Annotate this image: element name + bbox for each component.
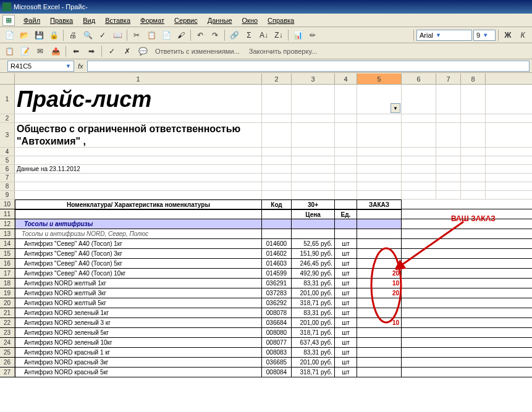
cell-name[interactable]: Антифриз NORD красный 5кг bbox=[15, 368, 262, 377]
name-box[interactable]: R41C5▼ bbox=[7, 61, 74, 72]
cell-code[interactable]: 008080 bbox=[262, 328, 292, 337]
cell-name[interactable]: Антифриз NORD желтый 1кг bbox=[15, 279, 262, 288]
row-header[interactable]: 6 bbox=[0, 165, 15, 173]
workbook-icon[interactable] bbox=[2, 15, 15, 26]
worksheet[interactable]: 1 2 3 4 5 6 7 8 1 Прайс-лист ▼ 2 3 Общес… bbox=[0, 74, 532, 412]
row-header[interactable]: 9 bbox=[0, 191, 15, 199]
col-header-1[interactable]: 1 bbox=[15, 74, 262, 84]
col-header-4[interactable]: 4 bbox=[335, 74, 357, 84]
row-header[interactable]: 26 bbox=[0, 358, 15, 367]
end-review-button[interactable]: Закончить проверку... bbox=[245, 46, 321, 56]
cell-order[interactable]: 20 bbox=[357, 288, 402, 298]
cell-order[interactable] bbox=[357, 298, 402, 308]
cell-price[interactable]: 492,90 руб. bbox=[292, 269, 335, 278]
undo-button[interactable]: ↶ bbox=[193, 28, 207, 42]
menu-view[interactable]: Вид bbox=[78, 15, 100, 26]
cell-order[interactable] bbox=[357, 249, 402, 258]
cell-price[interactable]: 201,00 руб. bbox=[292, 318, 335, 327]
cell-price[interactable]: 83,31 руб. bbox=[292, 348, 335, 357]
row-header[interactable]: 22 bbox=[0, 318, 15, 327]
cell-price[interactable]: 246,45 руб. bbox=[292, 259, 335, 268]
cell-unit[interactable]: шт bbox=[335, 288, 357, 298]
col-header-5[interactable]: 5 bbox=[357, 74, 402, 84]
cell-code[interactable]: 014602 bbox=[262, 249, 292, 258]
row-header[interactable]: 18 bbox=[0, 279, 15, 288]
cell-code[interactable]: 036292 bbox=[262, 298, 292, 308]
cell-code[interactable]: 036685 bbox=[262, 358, 292, 367]
cell-order[interactable]: 10 bbox=[357, 279, 402, 288]
menu-format[interactable]: Формат bbox=[135, 15, 169, 26]
row-header[interactable]: 4 bbox=[0, 148, 15, 156]
cell-unit[interactable]: шт bbox=[335, 239, 357, 248]
cell-code[interactable]: 036684 bbox=[262, 318, 292, 327]
review-icon5[interactable]: ⬅ bbox=[69, 44, 83, 58]
cell-price[interactable]: 318,71 руб. bbox=[292, 328, 335, 337]
cell-name[interactable]: Антифриз "Север" А40 (Тосол) 5кг bbox=[15, 259, 262, 268]
menu-tools[interactable]: Сервис bbox=[169, 15, 203, 26]
row-header[interactable]: 2 bbox=[0, 114, 15, 122]
sort-desc-button[interactable]: Z↓ bbox=[272, 28, 285, 42]
col-header-2[interactable]: 2 bbox=[262, 74, 292, 84]
cell-price[interactable]: 201,00 руб. bbox=[292, 358, 335, 367]
cell-unit[interactable]: шт bbox=[335, 308, 357, 317]
row-header[interactable]: 17 bbox=[0, 269, 15, 278]
review-icon9[interactable]: 💬 bbox=[136, 44, 150, 58]
cell-code[interactable]: 008077 bbox=[262, 338, 292, 347]
copy-button[interactable]: 📋 bbox=[145, 28, 158, 42]
menu-insert[interactable]: Вставка bbox=[100, 15, 135, 26]
col-header-8[interactable]: 8 bbox=[461, 74, 486, 84]
row-header[interactable]: 7 bbox=[0, 174, 15, 182]
cell-unit[interactable]: шт bbox=[335, 249, 357, 258]
cell-order[interactable] bbox=[357, 368, 402, 377]
cell-price[interactable]: 52,65 руб. bbox=[292, 239, 335, 248]
row-header[interactable]: 20 bbox=[0, 298, 15, 308]
cell-name[interactable]: Антифриз NORD зеленый 5кг bbox=[15, 328, 262, 337]
cell-price[interactable]: 83,31 руб. bbox=[292, 308, 335, 317]
cell-code[interactable]: 008078 bbox=[262, 308, 292, 317]
row-header[interactable]: 12 bbox=[0, 219, 15, 229]
cell-code[interactable]: 036291 bbox=[262, 279, 292, 288]
cell-price[interactable]: 318,71 руб. bbox=[292, 298, 335, 308]
cell-unit[interactable]: шт bbox=[335, 269, 357, 278]
cell-price[interactable]: 201,00 руб. bbox=[292, 288, 335, 298]
cell-unit[interactable]: шт bbox=[335, 338, 357, 347]
review-icon2[interactable]: 📝 bbox=[18, 44, 32, 58]
cell-name[interactable]: Антифриз NORD желтый 3кг bbox=[15, 288, 262, 298]
new-button[interactable]: 📄 bbox=[2, 28, 16, 42]
cell-unit[interactable]: шт bbox=[335, 368, 357, 377]
save-button[interactable]: 💾 bbox=[32, 28, 46, 42]
chart-button[interactable]: 📊 bbox=[291, 28, 305, 42]
cell-order[interactable] bbox=[357, 348, 402, 357]
cell-code[interactable]: 008084 bbox=[262, 368, 292, 377]
paste-button[interactable]: 📄 bbox=[159, 28, 173, 42]
row-header[interactable]: 1 bbox=[0, 85, 15, 114]
row-header[interactable]: 16 bbox=[0, 259, 15, 268]
cell-unit[interactable]: шт bbox=[335, 298, 357, 308]
select-all-corner[interactable] bbox=[0, 74, 15, 84]
cell-code[interactable]: 014600 bbox=[262, 239, 292, 248]
review-icon1[interactable]: 📋 bbox=[2, 44, 16, 58]
row-header[interactable]: 13 bbox=[0, 229, 15, 238]
review-icon3[interactable]: ✉ bbox=[33, 44, 47, 58]
cell-order[interactable] bbox=[357, 358, 402, 367]
drawing-button[interactable]: ✏ bbox=[306, 28, 319, 42]
reply-changes-button[interactable]: Ответить с изменениями... bbox=[151, 46, 243, 56]
print-button[interactable]: 🖨 bbox=[66, 28, 80, 42]
cell-name[interactable]: Антифриз NORD желтый 5кг bbox=[15, 298, 262, 308]
cell-code[interactable]: 014599 bbox=[262, 269, 292, 278]
cell-unit[interactable]: шт bbox=[335, 318, 357, 327]
cell-code[interactable]: 008083 bbox=[262, 348, 292, 357]
row-header[interactable]: 19 bbox=[0, 288, 15, 298]
row-header[interactable]: 14 bbox=[0, 239, 15, 248]
cell-unit[interactable]: шт bbox=[335, 358, 357, 367]
cell-name[interactable]: Антифриз "Север" А40 (Тосол) 1кг bbox=[15, 239, 262, 248]
format-painter-button[interactable]: 🖌 bbox=[174, 28, 188, 42]
row-header[interactable]: 23 bbox=[0, 328, 15, 337]
cell-unit[interactable]: шт bbox=[335, 348, 357, 357]
sort-asc-button[interactable]: A↓ bbox=[257, 28, 271, 42]
font-name-select[interactable]: Arial▼ bbox=[416, 30, 472, 41]
col-header-7[interactable]: 7 bbox=[436, 74, 461, 84]
row-header[interactable]: 15 bbox=[0, 249, 15, 258]
row-header[interactable]: 8 bbox=[0, 182, 15, 190]
row-header[interactable]: 3 bbox=[0, 123, 15, 147]
